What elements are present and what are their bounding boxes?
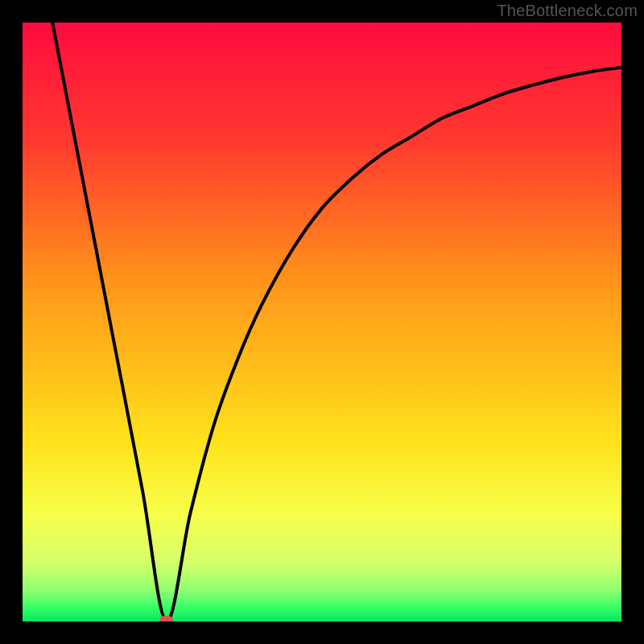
source-watermark: TheBottleneck.com bbox=[497, 2, 638, 20]
chart-root: TheBottleneck.com bbox=[0, 0, 644, 644]
bottleneck-chart bbox=[0, 0, 644, 644]
gradient-background bbox=[23, 23, 621, 621]
